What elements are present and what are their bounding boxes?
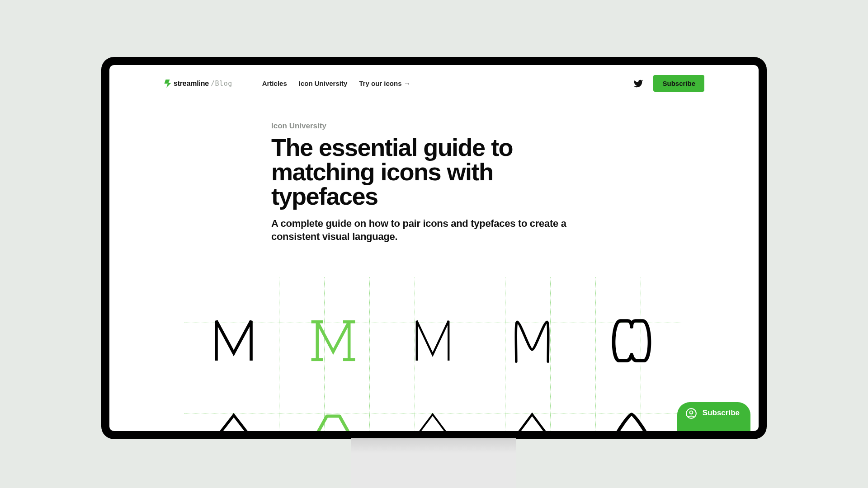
topbar: streamline /Blog Articles Icon Universit… xyxy=(109,65,759,100)
screen: streamline /Blog Articles Icon Universit… xyxy=(109,65,759,431)
floating-subscribe-label: Subscribe xyxy=(703,408,740,418)
home-icon-thin xyxy=(383,411,482,431)
article-subtitle: A complete guide on how to pair icons an… xyxy=(271,217,588,243)
glyph-m-hand xyxy=(482,314,582,368)
floating-subscribe-button[interactable]: Subscribe xyxy=(677,402,750,431)
hero-illustration xyxy=(184,277,681,431)
article-header: Icon University The essential guide to m… xyxy=(271,100,597,243)
home-icon-sans xyxy=(184,411,283,431)
logo-text: streamline xyxy=(174,80,209,88)
home-icon-bubble xyxy=(582,411,681,431)
article-title: The essential guide to matching icons wi… xyxy=(271,135,524,208)
logo-icon xyxy=(164,79,172,89)
logo[interactable]: streamline /Blog xyxy=(164,79,232,89)
home-icon-hand xyxy=(482,411,582,431)
user-circle-icon xyxy=(685,408,697,419)
home-icon-serif xyxy=(283,411,383,431)
glyph-m-sans xyxy=(184,314,283,368)
monitor-frame: streamline /Blog Articles Icon Universit… xyxy=(101,57,767,439)
icon-row-home xyxy=(184,411,681,431)
glyph-m-thin xyxy=(383,314,482,368)
topbar-right: Subscribe xyxy=(633,75,704,92)
topbar-left: streamline /Blog Articles Icon Universit… xyxy=(164,79,410,89)
nav-link-try-icons[interactable]: Try our icons → xyxy=(359,80,410,87)
nav-links: Articles Icon University Try our icons → xyxy=(262,80,410,87)
glyph-m-bubble xyxy=(582,314,681,368)
monitor-stand xyxy=(351,438,516,488)
nav-link-articles[interactable]: Articles xyxy=(262,80,287,87)
subscribe-button[interactable]: Subscribe xyxy=(653,75,704,92)
glyph-m-serif xyxy=(283,314,383,368)
svg-point-5 xyxy=(689,411,693,414)
article-category[interactable]: Icon University xyxy=(271,122,597,131)
logo-suffix: /Blog xyxy=(211,80,232,88)
nav-link-icon-university[interactable]: Icon University xyxy=(299,80,348,87)
twitter-icon[interactable] xyxy=(633,79,643,89)
glyph-row-m xyxy=(184,314,681,368)
